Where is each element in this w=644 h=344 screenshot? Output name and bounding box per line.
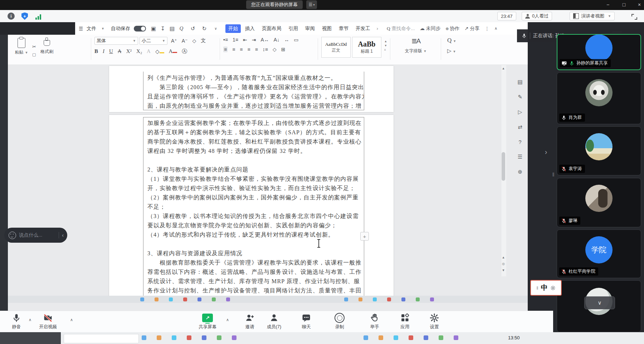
underline-button[interactable]: U <box>109 48 113 54</box>
app-icon[interactable] <box>430 297 434 301</box>
app-icon[interactable] <box>439 335 443 340</box>
bullets-button[interactable]: •≡ <box>223 37 228 43</box>
superscript-button[interactable]: X² <box>126 48 132 54</box>
find-command[interactable]: Q 查找命令... <box>387 25 415 32</box>
app-icon[interactable] <box>394 335 398 340</box>
app-icon[interactable] <box>169 297 173 301</box>
app-icon[interactable] <box>226 297 230 301</box>
slider-icon[interactable]: ⇄ <box>518 124 522 130</box>
highlight-button[interactable]: ◇ <box>155 48 164 55</box>
app-icon[interactable] <box>202 335 206 340</box>
panel-drag-handle[interactable]: ‖ <box>552 167 555 182</box>
print-icon[interactable]: ▤ <box>168 25 176 32</box>
font-name-select[interactable]: 黑体▼ <box>94 37 138 45</box>
location-icon[interactable]: ⊕ <box>518 169 522 175</box>
borders-button[interactable]: ⊞ <box>281 47 286 52</box>
style-heading1[interactable]: AaBb 标题 1 <box>352 37 381 58</box>
cut-button[interactable]: ✂ <box>32 44 36 49</box>
collapse-chat-icon[interactable]: ‹ <box>62 232 64 238</box>
toolbar-chat-button[interactable]: 聊天 <box>294 313 318 330</box>
export-icon[interactable]: ↧ <box>159 25 167 32</box>
shield-icon[interactable]: + <box>21 12 29 20</box>
sort-button[interactable]: A↓ <box>274 37 279 43</box>
text-layout-group[interactable]: ≣A 文字排版▼ <box>394 37 437 62</box>
layout-switch-button[interactable]: ☰▾ <box>306 0 317 9</box>
chevron-up-icon[interactable]: ∧ <box>226 318 229 322</box>
next-page-button[interactable]: ▼ <box>501 268 506 272</box>
copy-button[interactable]: ▢ <box>32 52 36 57</box>
phonetic-guide-button[interactable]: 文 <box>201 38 206 44</box>
increase-indent-button[interactable]: ⇥ <box>252 37 256 43</box>
participant-tile-肖为群[interactable]: 肖为群 <box>557 72 641 124</box>
app-icon[interactable] <box>232 335 236 340</box>
participant-tile-孙静的屏幕共享[interactable]: 孙静的屏幕共享 <box>557 34 641 70</box>
font-size-select[interactable]: 小二▼ <box>140 37 167 45</box>
panel-collapse-icon[interactable]: › <box>542 143 550 160</box>
app-icon[interactable] <box>157 335 161 340</box>
file-menu[interactable]: 文件 <box>87 25 96 32</box>
strikethrough-button[interactable]: A <box>118 48 122 54</box>
app-icon[interactable] <box>409 335 413 340</box>
app-icon[interactable] <box>373 297 377 301</box>
clear-format-button[interactable]: ◇ <box>192 38 196 44</box>
tab-开始[interactable]: 开始 <box>225 24 241 33</box>
chevron-up-icon[interactable]: ∧ <box>70 318 73 322</box>
subscript-button[interactable]: X₂ <box>136 48 142 54</box>
share-button[interactable]: ↗ 分享 <box>464 25 479 32</box>
more-commands-icon[interactable]: ∨ <box>212 26 220 30</box>
toolbar-share-screen-button[interactable]: ↗共享屏幕 <box>195 313 220 330</box>
browse-object-button[interactable]: ◎ <box>501 262 506 266</box>
app-icon[interactable] <box>187 335 191 340</box>
text-direction-button[interactable]: ↔ <box>284 37 289 43</box>
grow-font-button[interactable]: A⁺ <box>171 38 177 44</box>
help-icon[interactable]: ? <box>518 139 521 145</box>
tab-视图[interactable]: 视图 <box>319 24 335 33</box>
emoji-icon[interactable] <box>9 232 16 239</box>
app-icon[interactable] <box>358 297 362 301</box>
font-color-button[interactable]: A <box>169 48 177 54</box>
document-page-1[interactable]: 列《生产与运作管理》，为普通高等教育“九五”国家级重点教材之一。 第三阶段（20… <box>109 66 394 112</box>
toolbar-invite-button[interactable]: 邀请 <box>238 313 262 330</box>
paste-button[interactable]: 粘贴▼ <box>12 37 31 62</box>
taskbar-app-icons[interactable] <box>142 335 247 340</box>
style-normal[interactable]: AaBbCcDd 正文 <box>321 37 351 58</box>
participant-tile-杜红平商学院[interactable]: 学院杜红平商学院 <box>557 229 641 278</box>
ime-gear-icon[interactable] <box>550 285 556 291</box>
toolbar-hand-button[interactable]: 举手 <box>362 313 387 330</box>
app-icon[interactable] <box>197 297 201 301</box>
tabs-overflow-icon[interactable]: › <box>377 26 379 31</box>
toolbar-gear-button[interactable]: 设置 <box>422 313 447 330</box>
autosave-toggle[interactable] <box>134 26 146 32</box>
app-icon[interactable] <box>454 335 458 340</box>
hamburger-icon[interactable]: ☰ <box>79 26 83 32</box>
app-icon[interactable] <box>183 297 187 301</box>
tab-页面布局[interactable]: 页面布局 <box>259 24 284 33</box>
taskbar-start-area[interactable] <box>0 332 61 344</box>
tab-章节[interactable]: 章节 <box>336 24 351 33</box>
toolbar-record-button[interactable]: 录制 <box>327 313 352 330</box>
format-painter-button[interactable]: 格式刷 <box>38 37 56 62</box>
info-icon[interactable]: i <box>7 12 15 20</box>
italic-button[interactable]: I <box>103 48 104 54</box>
chevron-up-icon[interactable]: ∧ <box>29 318 31 322</box>
tab-开发工[interactable]: 开发工 <box>353 24 373 33</box>
scrollbar-thumb[interactable] <box>502 152 505 181</box>
app-icon[interactable] <box>424 335 428 340</box>
app-icon[interactable] <box>140 297 144 301</box>
app-icon[interactable] <box>364 335 368 340</box>
align-left-button[interactable]: ≡ <box>223 47 228 52</box>
insert-page-button[interactable]: + <box>360 232 369 241</box>
signal-icon[interactable] <box>34 13 42 21</box>
line-spacing-button[interactable]: ↕≡ <box>263 47 268 52</box>
ribbon-search-button[interactable]: Q▼ <box>447 37 469 44</box>
more-menu-icon[interactable]: ⋮ <box>485 26 490 32</box>
taskbar-tray-icons[interactable] <box>364 335 469 340</box>
toolbar-mic-button[interactable]: 静音 <box>4 313 29 330</box>
collaborate-button[interactable]: ⊕ 协作 <box>445 25 459 32</box>
previous-page-button[interactable]: ▲ <box>501 256 506 259</box>
tab-引用[interactable]: 引用 <box>286 24 301 33</box>
app-icon[interactable] <box>379 335 383 340</box>
redo-button[interactable]: ↻ <box>200 25 208 32</box>
char-border-button[interactable]: Ⓐ <box>182 48 187 55</box>
toolbar-members-button[interactable]: 成员(7) <box>262 313 286 330</box>
